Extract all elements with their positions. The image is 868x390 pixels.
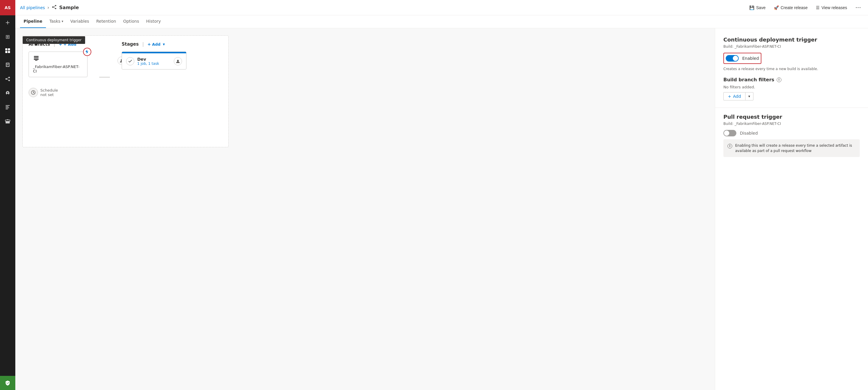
pipeline-icon [52, 4, 57, 11]
artifact-build-icon [33, 55, 83, 63]
cd-build-label: Build: _FabrikamFiber-ASP.NET-CI [723, 44, 860, 49]
svg-line-7 [7, 78, 8, 79]
view-releases-button[interactable]: ☰ View releases [813, 4, 849, 11]
pr-toggle-slider [723, 130, 736, 137]
overview-icon[interactable]: ⊞ [0, 29, 15, 43]
breadcrumb: All pipelines › Sample [20, 4, 745, 11]
boards-icon[interactable] [0, 43, 15, 58]
tab-history[interactable]: History [143, 15, 164, 28]
svg-point-17 [55, 8, 56, 9]
stage-info: Dev 1 job, 1 task [137, 57, 171, 66]
cd-toggle-row: Enabled [723, 53, 762, 64]
trigger-tooltip: Continuous deployment trigger [23, 36, 85, 44]
artifact-container: Continuous deployment trigger _FabrikamF… [29, 52, 88, 81]
tab-pipeline[interactable]: Pipeline [20, 15, 46, 28]
svg-point-16 [55, 5, 56, 6]
pr-info-box: i Enabling this will create a release ev… [723, 139, 860, 157]
svg-rect-1 [8, 48, 10, 50]
pr-toggle-knob [724, 130, 729, 136]
cd-trigger-title: Continuous deployment trigger [723, 36, 860, 43]
stage-card-body: Dev 1 job, 1 task [122, 53, 186, 69]
tab-retention[interactable]: Retention [93, 15, 120, 28]
all-pipelines-link[interactable]: All pipelines [20, 5, 45, 10]
pipeline-title: Sample [59, 5, 79, 10]
pr-trigger-section: Pull request trigger Build: _FabrikamFib… [723, 114, 860, 157]
tab-options[interactable]: Options [120, 15, 143, 28]
add-filter-button[interactable]: + Add ▾ [723, 92, 753, 100]
svg-point-15 [52, 6, 53, 8]
main-content: All pipelines › Sample 💾 Save 🚀 Create r… [15, 0, 868, 390]
stages-divider: | [142, 41, 144, 47]
list-icon: ☰ [816, 5, 820, 10]
create-release-button[interactable]: 🚀 Create release [771, 4, 810, 11]
artifact-card[interactable]: _FabrikamFiber-ASP.NET-CI [29, 52, 88, 77]
stages-add-dropdown[interactable]: ▾ [163, 42, 165, 47]
tab-tasks[interactable]: Tasks ▾ [46, 15, 67, 28]
schedule-label: Schedule not set [40, 88, 58, 97]
pr-toggle-row: Disabled [723, 130, 860, 137]
stage-post-approver[interactable] [174, 57, 182, 65]
breadcrumb-separator: › [48, 5, 49, 10]
clock-icon [29, 88, 38, 97]
rocket-icon[interactable] [0, 86, 15, 100]
topbar-actions: 💾 Save 🚀 Create release ☰ View releases … [747, 3, 863, 12]
cd-trigger-section: Continuous deployment trigger Build: _Fa… [723, 36, 860, 71]
svg-rect-10 [6, 106, 8, 107]
branch-filters-info-icon[interactable]: i [777, 78, 781, 82]
svg-line-18 [53, 6, 55, 7]
add-icon[interactable]: + [0, 15, 15, 29]
stage-card[interactable]: Dev 1 job, 1 task [122, 52, 186, 69]
svg-rect-11 [6, 108, 9, 108]
svg-point-6 [8, 80, 10, 81]
stage-icon [126, 57, 134, 65]
svg-line-19 [53, 7, 55, 8]
svg-point-24 [177, 60, 179, 62]
svg-rect-0 [5, 48, 7, 50]
shield-icon[interactable] [0, 376, 15, 390]
svg-rect-21 [34, 57, 39, 58]
cd-enabled-label: Enabled [742, 56, 759, 61]
svg-rect-3 [8, 51, 10, 53]
svg-rect-20 [34, 56, 39, 57]
tab-variables[interactable]: Variables [67, 15, 93, 28]
artifacts-panel: Artifacts | + + Add Continuous deploymen… [29, 41, 88, 97]
more-options-button[interactable]: ··· [853, 3, 863, 12]
sidebar: AS + ⊞ [0, 0, 15, 390]
testplans-icon[interactable] [0, 100, 15, 114]
section-divider [715, 108, 868, 108]
cd-toggle[interactable] [726, 55, 739, 62]
cd-description: Creates a release every time a new build… [723, 67, 860, 71]
user-avatar[interactable]: AS [0, 0, 15, 15]
tabbar: Pipeline Tasks ▾ Variables Retention Opt… [15, 15, 868, 28]
artifacts-icon[interactable] [0, 114, 15, 128]
connector-line [99, 77, 110, 78]
pr-info-icon: i [727, 143, 732, 148]
stages-panel: Stages | + Add ▾ [122, 41, 222, 69]
add-filter-main[interactable]: + Add [724, 92, 745, 100]
release-icon: 🚀 [774, 5, 779, 10]
artifact-name: _FabrikamFiber-ASP.NET-CI [33, 64, 83, 73]
pr-info-text: Enabling this will create a release ever… [735, 143, 856, 153]
connector-container [99, 41, 110, 78]
repos-icon[interactable] [0, 58, 15, 72]
save-button[interactable]: 💾 Save [747, 4, 768, 11]
add-filter-plus-icon: + [728, 94, 731, 99]
stage-name: Dev [137, 57, 171, 62]
stage-tasks[interactable]: 1 job, 1 task [137, 62, 171, 66]
pipelines-icon[interactable] [0, 72, 15, 86]
svg-line-8 [7, 79, 8, 81]
pipeline-canvas: Artifacts | + + Add Continuous deploymen… [15, 28, 715, 390]
stage-wrapper: Dev 1 job, 1 task [122, 52, 222, 69]
topbar: All pipelines › Sample 💾 Save 🚀 Create r… [15, 0, 868, 15]
svg-rect-9 [6, 105, 10, 106]
add-filter-dropdown[interactable]: ▾ [745, 93, 753, 100]
svg-rect-12 [6, 109, 8, 109]
cd-toggle-slider [726, 55, 739, 62]
pr-trigger-title: Pull request trigger [723, 114, 860, 120]
stages-add-link[interactable]: + Add [147, 42, 160, 47]
trigger-badge[interactable] [83, 48, 91, 56]
pr-toggle[interactable] [723, 130, 736, 137]
save-icon: 💾 [749, 5, 754, 10]
branch-filters-title: Build branch filters i [723, 77, 860, 83]
schedule-card[interactable]: Schedule not set [29, 88, 88, 97]
